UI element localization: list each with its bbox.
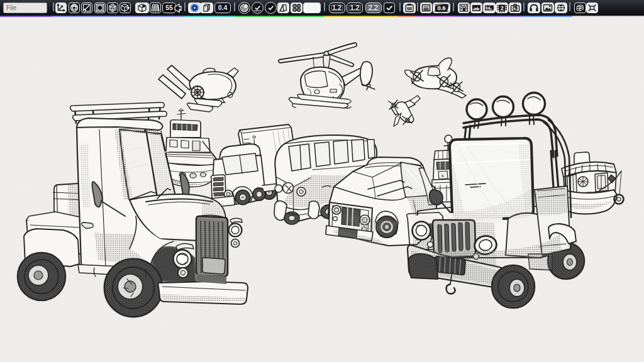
svg-text:2: 2 [500, 4, 503, 11]
svg-text:0.6: 0.6 [437, 4, 445, 11]
svg-text:3D: 3D [408, 7, 412, 10]
svg-text:www: www [558, 6, 564, 9]
